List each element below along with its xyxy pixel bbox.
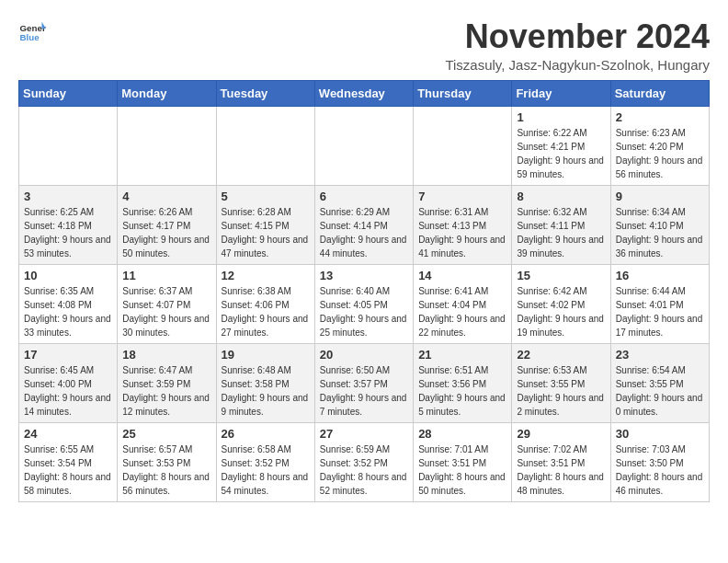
month-title: November 2024 xyxy=(445,18,710,55)
day-cell: 23Sunrise: 6:54 AM Sunset: 3:55 PM Dayli… xyxy=(610,343,709,422)
day-number: 19 xyxy=(222,348,310,362)
title-block: November 2024 Tiszasuly, Jasz-Nagykun-Sz… xyxy=(445,18,710,73)
day-number: 22 xyxy=(517,348,605,362)
day-detail: Sunrise: 6:45 AM Sunset: 4:00 PM Dayligh… xyxy=(24,363,112,419)
day-cell: 12Sunrise: 6:38 AM Sunset: 4:06 PM Dayli… xyxy=(216,264,314,343)
day-detail: Sunrise: 6:26 AM Sunset: 4:17 PM Dayligh… xyxy=(122,205,210,260)
day-cell: 7Sunrise: 6:31 AM Sunset: 4:13 PM Daylig… xyxy=(414,185,512,264)
day-cell: 5Sunrise: 6:28 AM Sunset: 4:15 PM Daylig… xyxy=(216,185,314,264)
day-detail: Sunrise: 6:31 AM Sunset: 4:13 PM Dayligh… xyxy=(418,205,506,260)
day-number: 4 xyxy=(122,190,210,203)
day-number: 6 xyxy=(320,190,408,203)
day-number: 24 xyxy=(24,427,112,441)
location-subtitle: Tiszasuly, Jasz-Nagykun-Szolnok, Hungary xyxy=(445,57,710,73)
day-cell: 20Sunrise: 6:50 AM Sunset: 3:57 PM Dayli… xyxy=(314,343,413,422)
day-detail: Sunrise: 6:58 AM Sunset: 3:52 PM Dayligh… xyxy=(222,442,310,498)
day-detail: Sunrise: 6:37 AM Sunset: 4:07 PM Dayligh… xyxy=(122,284,210,339)
day-number: 26 xyxy=(222,427,310,441)
day-cell: 19Sunrise: 6:48 AM Sunset: 3:58 PM Dayli… xyxy=(216,343,314,422)
day-cell: 28Sunrise: 7:01 AM Sunset: 3:51 PM Dayli… xyxy=(414,422,512,501)
day-number: 3 xyxy=(24,190,112,203)
day-cell: 22Sunrise: 6:53 AM Sunset: 3:55 PM Dayli… xyxy=(512,343,610,422)
week-row-4: 17Sunrise: 6:45 AM Sunset: 4:00 PM Dayli… xyxy=(19,343,710,422)
day-number: 23 xyxy=(616,348,704,362)
day-detail: Sunrise: 6:54 AM Sunset: 3:55 PM Dayligh… xyxy=(616,363,704,419)
day-detail: Sunrise: 6:48 AM Sunset: 3:58 PM Dayligh… xyxy=(222,363,310,419)
col-header-monday: Monday xyxy=(118,80,216,106)
day-detail: Sunrise: 6:41 AM Sunset: 4:04 PM Dayligh… xyxy=(418,284,506,339)
day-number: 10 xyxy=(24,269,112,282)
day-number: 2 xyxy=(616,110,704,124)
day-detail: Sunrise: 6:50 AM Sunset: 3:57 PM Dayligh… xyxy=(320,363,408,419)
day-cell: 13Sunrise: 6:40 AM Sunset: 4:05 PM Dayli… xyxy=(314,264,413,343)
day-cell: 18Sunrise: 6:47 AM Sunset: 3:59 PM Dayli… xyxy=(118,343,216,422)
day-number: 11 xyxy=(122,269,210,282)
day-cell: 17Sunrise: 6:45 AM Sunset: 4:00 PM Dayli… xyxy=(19,343,118,422)
day-detail: Sunrise: 6:55 AM Sunset: 3:54 PM Dayligh… xyxy=(24,442,112,498)
day-cell: 6Sunrise: 6:29 AM Sunset: 4:14 PM Daylig… xyxy=(314,185,413,264)
day-detail: Sunrise: 6:42 AM Sunset: 4:02 PM Dayligh… xyxy=(517,284,605,339)
day-number: 21 xyxy=(418,348,506,362)
day-cell xyxy=(216,106,314,185)
day-cell: 25Sunrise: 6:57 AM Sunset: 3:53 PM Dayli… xyxy=(118,422,216,501)
day-detail: Sunrise: 7:02 AM Sunset: 3:51 PM Dayligh… xyxy=(517,442,605,498)
day-cell xyxy=(118,106,216,185)
week-row-2: 3Sunrise: 6:25 AM Sunset: 4:18 PM Daylig… xyxy=(19,185,710,264)
day-cell xyxy=(414,106,512,185)
day-cell: 27Sunrise: 6:59 AM Sunset: 3:52 PM Dayli… xyxy=(314,422,413,501)
day-detail: Sunrise: 6:22 AM Sunset: 4:21 PM Dayligh… xyxy=(517,126,605,181)
day-cell: 1Sunrise: 6:22 AM Sunset: 4:21 PM Daylig… xyxy=(512,106,610,185)
day-number: 1 xyxy=(517,110,605,124)
day-number: 30 xyxy=(616,427,704,441)
day-detail: Sunrise: 7:03 AM Sunset: 3:50 PM Dayligh… xyxy=(616,442,704,498)
logo: General Blue xyxy=(18,18,46,46)
day-number: 16 xyxy=(616,269,704,282)
day-cell: 15Sunrise: 6:42 AM Sunset: 4:02 PM Dayli… xyxy=(512,264,610,343)
day-detail: Sunrise: 6:47 AM Sunset: 3:59 PM Dayligh… xyxy=(122,363,210,419)
day-cell: 26Sunrise: 6:58 AM Sunset: 3:52 PM Dayli… xyxy=(216,422,314,501)
day-cell: 4Sunrise: 6:26 AM Sunset: 4:17 PM Daylig… xyxy=(118,185,216,264)
calendar-table: SundayMondayTuesdayWednesdayThursdayFrid… xyxy=(18,80,710,502)
day-detail: Sunrise: 6:32 AM Sunset: 4:11 PM Dayligh… xyxy=(517,205,605,260)
week-row-5: 24Sunrise: 6:55 AM Sunset: 3:54 PM Dayli… xyxy=(19,422,710,501)
day-detail: Sunrise: 6:25 AM Sunset: 4:18 PM Dayligh… xyxy=(24,205,112,260)
day-number: 15 xyxy=(517,269,605,282)
day-detail: Sunrise: 7:01 AM Sunset: 3:51 PM Dayligh… xyxy=(418,442,506,498)
day-detail: Sunrise: 6:28 AM Sunset: 4:15 PM Dayligh… xyxy=(222,205,310,260)
col-header-saturday: Saturday xyxy=(610,80,709,106)
day-number: 27 xyxy=(320,427,408,441)
day-cell: 9Sunrise: 6:34 AM Sunset: 4:10 PM Daylig… xyxy=(610,185,709,264)
day-cell: 29Sunrise: 7:02 AM Sunset: 3:51 PM Dayli… xyxy=(512,422,610,501)
day-number: 29 xyxy=(517,427,605,441)
day-number: 5 xyxy=(222,190,310,203)
col-header-thursday: Thursday xyxy=(414,80,512,106)
logo-icon: General Blue xyxy=(18,18,46,46)
header: General Blue November 2024 Tiszasuly, Ja… xyxy=(18,18,710,73)
week-row-3: 10Sunrise: 6:35 AM Sunset: 4:08 PM Dayli… xyxy=(19,264,710,343)
day-detail: Sunrise: 6:29 AM Sunset: 4:14 PM Dayligh… xyxy=(320,205,408,260)
day-number: 14 xyxy=(418,269,506,282)
week-row-1: 1Sunrise: 6:22 AM Sunset: 4:21 PM Daylig… xyxy=(19,106,710,185)
day-number: 9 xyxy=(616,190,704,203)
day-number: 17 xyxy=(24,348,112,362)
day-detail: Sunrise: 6:23 AM Sunset: 4:20 PM Dayligh… xyxy=(616,126,704,181)
day-detail: Sunrise: 6:51 AM Sunset: 3:56 PM Dayligh… xyxy=(418,363,506,419)
day-detail: Sunrise: 6:57 AM Sunset: 3:53 PM Dayligh… xyxy=(122,442,210,498)
day-number: 13 xyxy=(320,269,408,282)
col-header-sunday: Sunday xyxy=(19,80,118,106)
day-cell: 11Sunrise: 6:37 AM Sunset: 4:07 PM Dayli… xyxy=(118,264,216,343)
col-header-friday: Friday xyxy=(512,80,610,106)
day-number: 12 xyxy=(222,269,310,282)
day-cell: 14Sunrise: 6:41 AM Sunset: 4:04 PM Dayli… xyxy=(414,264,512,343)
day-detail: Sunrise: 6:40 AM Sunset: 4:05 PM Dayligh… xyxy=(320,284,408,339)
day-detail: Sunrise: 6:35 AM Sunset: 4:08 PM Dayligh… xyxy=(24,284,112,339)
day-cell: 16Sunrise: 6:44 AM Sunset: 4:01 PM Dayli… xyxy=(610,264,709,343)
day-number: 25 xyxy=(122,427,210,441)
day-number: 18 xyxy=(122,348,210,362)
day-number: 20 xyxy=(320,348,408,362)
day-detail: Sunrise: 6:59 AM Sunset: 3:52 PM Dayligh… xyxy=(320,442,408,498)
day-cell: 24Sunrise: 6:55 AM Sunset: 3:54 PM Dayli… xyxy=(19,422,118,501)
col-header-tuesday: Tuesday xyxy=(216,80,314,106)
day-number: 28 xyxy=(418,427,506,441)
day-number: 8 xyxy=(517,190,605,203)
